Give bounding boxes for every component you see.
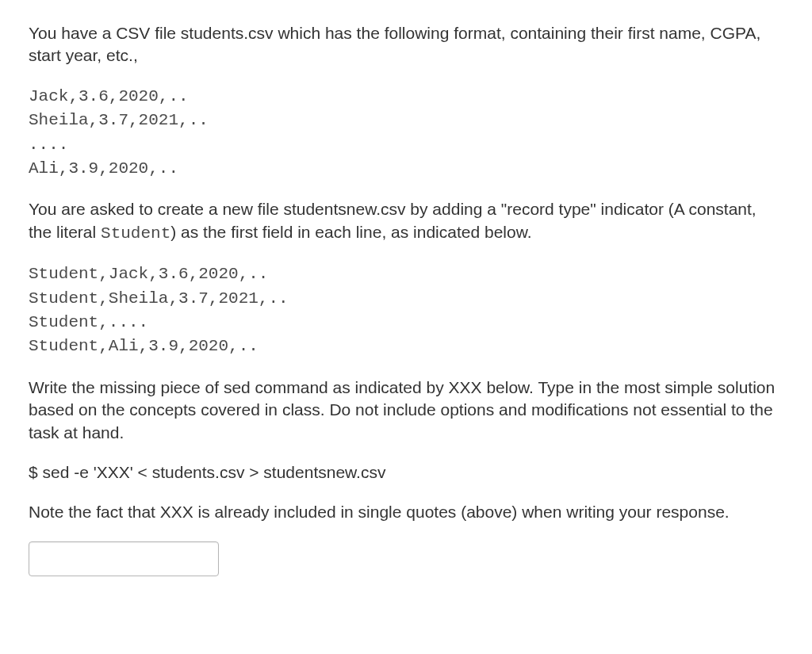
code-line: Sheila,3.7,2021,.. [29, 111, 209, 129]
inline-code-student: Student [101, 224, 170, 243]
code-line: Student,Sheila,3.7,2021,.. [29, 289, 289, 308]
answer-input[interactable] [29, 541, 219, 576]
task-text-post: ) as the first field in each line, as in… [170, 223, 531, 241]
note-paragraph: Note the fact that XXX is already includ… [29, 501, 783, 523]
code-line: Jack,3.6,2020,.. [29, 87, 189, 105]
instruction-paragraph: Write the missing piece of sed command a… [29, 377, 783, 444]
input-csv-sample: Jack,3.6,2020,.. Sheila,3.7,2021,.. ....… [29, 85, 783, 182]
code-line: Student,.... [29, 313, 148, 331]
code-line: Student,Jack,3.6,2020,.. [29, 265, 268, 283]
task-description-paragraph: You are asked to create a new file stude… [29, 198, 783, 245]
code-line: Student,Ali,3.9,2020,.. [29, 337, 259, 355]
question-container: You have a CSV file students.csv which h… [0, 0, 812, 608]
output-csv-sample: Student,Jack,3.6,2020,.. Student,Sheila,… [29, 262, 783, 359]
question-intro-paragraph: You have a CSV file students.csv which h… [29, 22, 783, 67]
code-line: .... [29, 136, 68, 154]
sed-command-line: $ sed -e 'XXX' < students.csv > students… [29, 461, 783, 484]
code-line: Ali,3.9,2020,.. [29, 159, 178, 178]
